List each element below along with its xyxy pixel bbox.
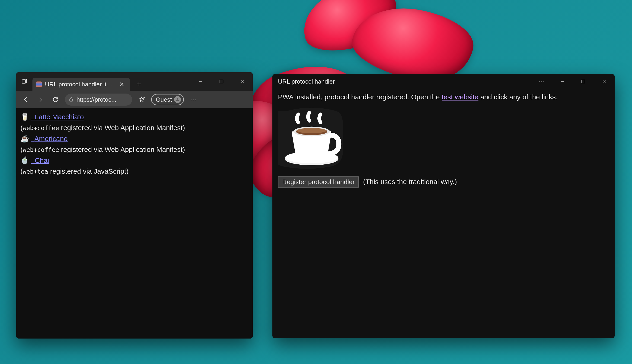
minimize-button[interactable]	[190, 75, 211, 88]
forward-button[interactable]	[35, 94, 46, 105]
browser-toolbar: https://protoc... Guest ⋯	[16, 91, 253, 108]
back-button[interactable]	[21, 94, 31, 105]
svg-point-9	[177, 98, 178, 100]
pwa-title: URL protocol handler	[278, 78, 335, 85]
link-subtext: (web+tea registered via JavaScript)	[21, 166, 249, 176]
page-content: 🥛 Latte Macchiato (web+coffee registered…	[16, 108, 253, 338]
minimize-button[interactable]	[552, 74, 573, 89]
drink-link[interactable]: Latte Macchiato	[31, 113, 84, 121]
desktop-background: URL protocol handler links ✕ ＋	[0, 0, 632, 364]
pwa-content: PWA installed, protocol handler register…	[272, 89, 615, 192]
lock-icon	[69, 97, 74, 102]
register-protocol-button[interactable]: Register protocol handler	[278, 176, 359, 188]
link-subtext: (web+coffee registered via Web Applicati…	[21, 122, 249, 133]
drink-link[interactable]: Americano	[31, 135, 68, 142]
test-website-link[interactable]: test website	[442, 93, 478, 101]
svg-rect-2	[220, 80, 223, 83]
link-emoji-icon: 🍵	[21, 156, 29, 164]
more-button[interactable]: ⋯	[188, 94, 199, 105]
address-text: https://protoc...	[77, 96, 116, 103]
link-emoji-icon: 🥛	[21, 113, 29, 121]
register-row: Register protocol handler (This uses the…	[278, 176, 609, 188]
pwa-status-text: PWA installed, protocol handler register…	[278, 93, 609, 101]
tab-close-button[interactable]: ✕	[118, 80, 126, 88]
pwa-window: URL protocol handler ⋯ PWA installed, pr…	[272, 74, 615, 338]
profile-label: Guest	[156, 96, 172, 103]
close-window-button[interactable]	[594, 74, 615, 89]
browser-window: URL protocol handler links ✕ ＋	[16, 72, 253, 338]
coffee-cup-icon	[278, 106, 345, 169]
tab-actions-icon[interactable]	[16, 78, 33, 84]
browser-tabstrip: URL protocol handler links ✕ ＋	[16, 72, 253, 91]
tab-title: URL protocol handler links	[45, 81, 115, 88]
list-item: 🍵 Chai	[21, 155, 249, 166]
svg-marker-6	[139, 97, 144, 102]
favorites-button[interactable]	[136, 94, 147, 105]
address-bar[interactable]: https://protoc...	[65, 94, 132, 106]
link-emoji-icon: ☕	[21, 135, 29, 142]
svg-point-18	[297, 128, 326, 133]
maximize-button[interactable]	[211, 75, 232, 88]
svg-rect-11	[582, 80, 585, 83]
svg-rect-5	[70, 99, 73, 101]
new-tab-button[interactable]: ＋	[130, 78, 148, 89]
refresh-button[interactable]	[50, 94, 61, 105]
svg-rect-0	[22, 80, 26, 83]
avatar-icon	[174, 96, 181, 103]
register-note: (This uses the traditional way.)	[363, 178, 457, 186]
list-item: 🥛 Latte Macchiato	[21, 112, 249, 122]
list-item: ☕ Americano	[21, 133, 249, 144]
pwa-titlebar: URL protocol handler ⋯	[272, 74, 615, 89]
maximize-button[interactable]	[573, 74, 594, 89]
profile-guest-pill[interactable]: Guest	[151, 94, 184, 105]
close-window-button[interactable]	[232, 75, 253, 88]
tab-favicon	[36, 82, 42, 87]
pwa-more-button[interactable]: ⋯	[531, 74, 552, 89]
link-subtext: (web+coffee registered via Web Applicati…	[21, 144, 249, 155]
drink-link[interactable]: Chai	[31, 156, 49, 164]
window-controls	[190, 75, 253, 88]
browser-tab[interactable]: URL protocol handler links ✕	[33, 78, 130, 91]
